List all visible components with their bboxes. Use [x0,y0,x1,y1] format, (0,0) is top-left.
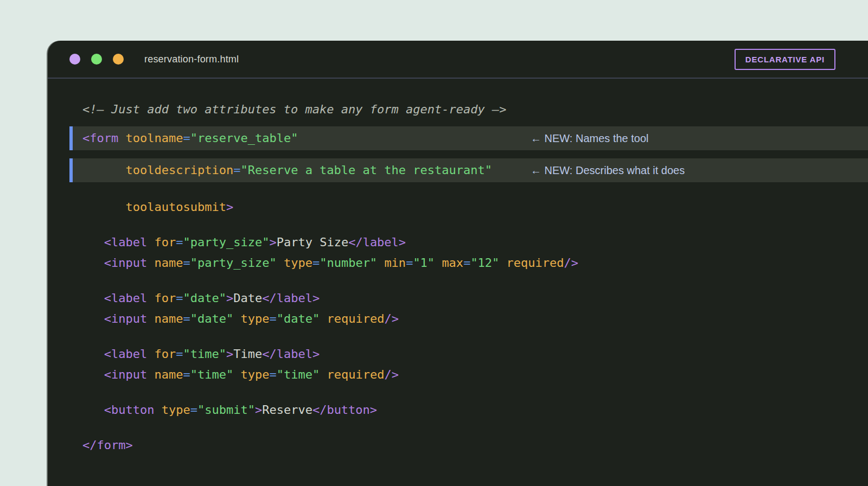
code-token-comment: <!— Just add two attributes to make any … [82,103,506,116]
code-token-tag: /> [384,312,399,325]
code-token-text [82,160,125,181]
code-token-text [82,235,104,249]
code-token-str: "Reserve a table at the restaurant" [240,160,492,181]
code-line: <input name="time" type="time" required/… [48,364,868,385]
code-token-text: Date [233,291,262,305]
code-token-tag: </label> [262,291,320,305]
code-token-text: Party Size [277,235,348,249]
code-token-attr: required [507,256,564,270]
code-token-tag: </label> [262,347,320,361]
blank-line [48,329,868,344]
code-token-eq: = [176,235,183,249]
code-token-str: "number" [320,256,377,270]
code-token-text [320,368,327,381]
code-token-attr: type [162,403,190,417]
code-token-text [82,347,104,361]
code-line: <label for="time">Time</label> [48,344,868,364]
titlebar: reservation-form.html DECLARATIVE API [48,41,868,79]
code-token-text [147,368,154,381]
code-token-text [82,403,104,417]
code-token-eq: = [269,368,276,381]
code-token-attr: tooldescription [125,160,233,181]
code-token-eq: = [463,256,470,270]
code-token-text [233,368,240,381]
code-editor: <!— Just add two attributes to make any … [48,79,868,456]
code-token-text [82,200,125,214]
code-token-attr: min [384,256,406,270]
code-token-tag: > [226,347,233,361]
code-token-text [147,347,154,361]
code-line: toolautosubmit> [48,197,868,218]
code-token-eq: = [176,291,183,305]
code-token-str: "date" [277,312,320,325]
code-token-tag: <input [104,312,147,325]
blank-line [48,385,868,400]
code-token-tag: > [226,291,233,305]
code-token-attr: type [240,312,269,325]
code-token-str: "12" [470,256,499,270]
code-token-tag: > [226,200,233,214]
blank-line [48,182,868,197]
code-token-text [147,312,154,325]
code-token-eq: = [406,256,413,270]
code-token-eq: = [312,256,320,270]
code-token-str: "date" [190,312,233,325]
code-token-attr: max [442,256,463,270]
code-token-text [147,235,154,249]
code-line: </form> [48,435,868,456]
inline-annotation: ← NEW: Describes what it does [531,160,685,181]
code-token-attr: name [154,368,183,381]
code-token-tag: </label> [348,235,406,249]
blank-line [48,420,868,435]
code-token-attr: type [240,368,269,381]
code-token-tag: <label [104,235,147,249]
code-token-attr: for [154,291,176,305]
code-token-eq: = [233,160,240,181]
code-line: <button type="submit">Reserve</button> [48,400,868,420]
inline-annotation: ← NEW: Names the tool [531,128,648,149]
code-token-eq: = [176,347,183,361]
code-token-tag: <input [104,368,147,381]
code-token-text [82,291,104,305]
code-token-text [82,368,104,381]
code-token-tag: <label [104,291,147,305]
code-token-attr: type [284,256,312,270]
code-token-attr: for [154,347,176,361]
code-line: <label for="date">Date</label> [48,288,868,309]
code-token-text [377,256,384,270]
code-token-text: Time [233,347,262,361]
code-token-tag: <form [82,128,118,149]
code-line-highlighted: <form toolname="reserve_table"← NEW: Nam… [69,126,868,150]
code-token-tag: </form> [82,438,133,452]
code-token-attr: required [327,368,384,381]
code-line: <input name="party_size" type="number" m… [48,253,868,273]
window-dot-green[interactable] [91,54,102,65]
code-token-tag: > [269,235,276,249]
code-token-tag: /> [564,256,579,270]
filename-label: reservation-form.html [144,54,239,65]
code-token-str: "date" [183,291,226,305]
code-token-text [277,256,284,270]
code-token-text [499,256,506,270]
code-token-str: "time" [190,368,233,381]
code-token-attr: toolautosubmit [125,200,226,214]
code-token-attr: required [327,312,384,325]
code-token-str: "submit" [197,403,255,417]
code-token-str: "reserve_table" [190,128,298,149]
declarative-api-badge: DECLARATIVE API [735,49,835,70]
code-token-eq: = [269,312,276,325]
code-token-eq: = [190,403,197,417]
blank-line [48,218,868,232]
code-token-str: "time" [183,347,226,361]
code-editor-window: reservation-form.html DECLARATIVE API <!… [48,41,868,486]
code-token-attr: for [154,235,176,249]
window-dot-purple[interactable] [69,54,80,65]
code-line: <input name="date" type="date" required/… [48,309,868,329]
code-token-text [435,256,442,270]
code-line: <label for="party_size">Party Size</labe… [48,232,868,253]
window-dot-orange[interactable] [113,54,124,65]
code-token-text: Reserve [262,403,312,417]
code-token-tag: <input [104,256,147,270]
code-token-text [147,291,154,305]
code-token-text [154,403,161,417]
